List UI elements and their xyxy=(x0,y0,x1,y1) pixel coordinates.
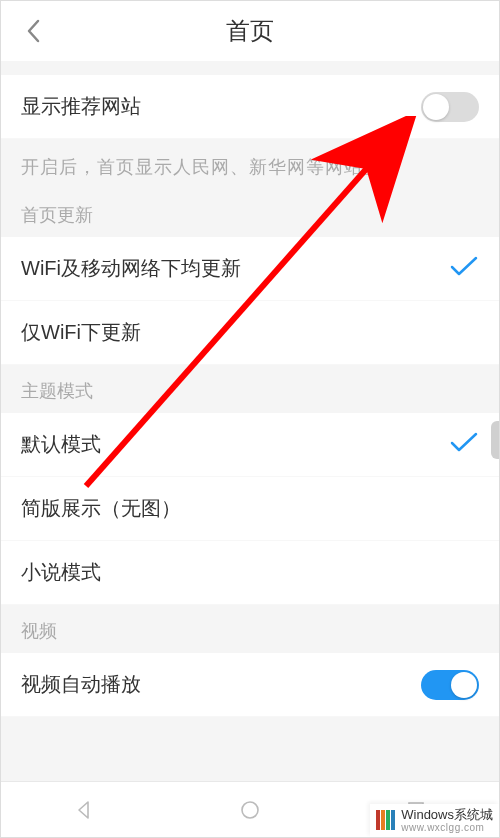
recommend-hint: 开启后，首页显示人民网、新华网等网站。 xyxy=(1,139,499,189)
theme-option-label: 简版展示（无图） xyxy=(21,495,181,522)
watermark-brand: Windows系统城 xyxy=(401,808,493,822)
watermark: Windows系统城 www.wxclgg.com xyxy=(370,804,499,837)
update-option-wifi-only[interactable]: 仅WiFi下更新 xyxy=(1,301,499,365)
video-section-title: 视频 xyxy=(1,605,499,653)
nav-back-button[interactable] xyxy=(69,795,99,825)
check-icon xyxy=(449,254,479,283)
back-button[interactable] xyxy=(19,17,47,45)
check-icon xyxy=(449,430,479,459)
theme-section-title: 主题模式 xyxy=(1,365,499,413)
page-title: 首页 xyxy=(226,15,274,47)
back-icon xyxy=(24,17,42,45)
watermark-url: www.wxclgg.com xyxy=(401,822,493,833)
theme-option-label: 小说模式 xyxy=(21,559,101,586)
update-option-wifi-mobile[interactable]: WiFi及移动网络下均更新 xyxy=(1,237,499,301)
video-autoplay-label: 视频自动播放 xyxy=(21,671,141,698)
video-autoplay-toggle[interactable] xyxy=(421,670,479,700)
theme-option-simple[interactable]: 简版展示（无图） xyxy=(1,477,499,541)
recommend-row[interactable]: 显示推荐网站 xyxy=(1,75,499,139)
recommend-label: 显示推荐网站 xyxy=(21,93,141,120)
nav-home-button[interactable] xyxy=(235,795,265,825)
header-bar: 首页 xyxy=(1,1,499,61)
toggle-knob xyxy=(423,94,449,120)
update-option-label: 仅WiFi下更新 xyxy=(21,319,141,346)
recommend-toggle[interactable] xyxy=(421,92,479,122)
svg-point-1 xyxy=(242,802,258,818)
update-section-title: 首页更新 xyxy=(1,189,499,237)
video-autoplay-row[interactable]: 视频自动播放 xyxy=(1,653,499,717)
update-option-label: WiFi及移动网络下均更新 xyxy=(21,255,241,282)
watermark-logo-icon xyxy=(376,810,395,830)
theme-option-label: 默认模式 xyxy=(21,431,101,458)
theme-option-novel[interactable]: 小说模式 xyxy=(1,541,499,605)
side-grip[interactable] xyxy=(491,421,500,459)
theme-option-default[interactable]: 默认模式 xyxy=(1,413,499,477)
toggle-knob xyxy=(451,672,477,698)
